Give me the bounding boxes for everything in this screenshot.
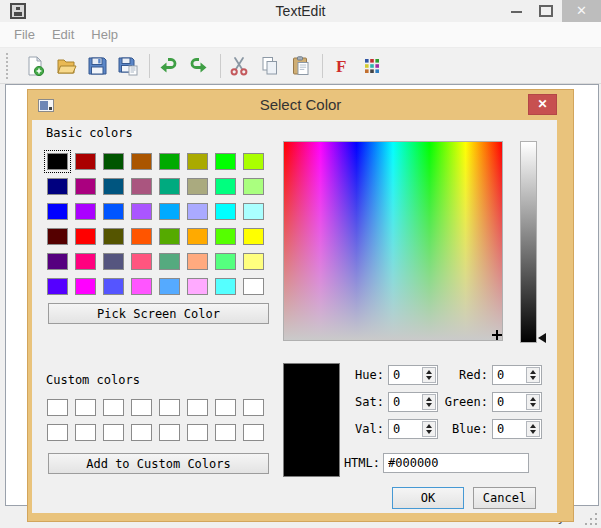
green-spin-buttons[interactable] — [526, 394, 540, 410]
color-swatch[interactable] — [187, 228, 208, 245]
window-close-button[interactable]: ✕ — [562, 0, 601, 22]
color-swatch[interactable] — [103, 203, 124, 220]
spin-up-icon[interactable] — [530, 397, 536, 401]
color-swatch[interactable] — [131, 278, 152, 295]
color-swatch[interactable] — [187, 178, 208, 195]
open-button[interactable] — [54, 54, 78, 78]
color-swatch[interactable] — [47, 178, 68, 195]
color-swatch[interactable] — [131, 178, 152, 195]
color-swatch[interactable] — [215, 228, 236, 245]
hue-spinbox[interactable]: 0 — [388, 365, 438, 385]
red-value: 0 — [493, 366, 525, 384]
color-swatch[interactable] — [215, 153, 236, 170]
color-swatch[interactable] — [131, 203, 152, 220]
hue-value: 0 — [389, 366, 421, 384]
green-spinbox[interactable]: 0 — [492, 392, 542, 412]
value-slider-arrow-icon[interactable] — [538, 333, 546, 343]
color-swatch[interactable] — [243, 153, 264, 170]
cancel-button[interactable]: Cancel — [473, 487, 536, 509]
red-spinbox[interactable]: 0 — [492, 365, 542, 385]
color-swatch[interactable] — [243, 228, 264, 245]
val-label: Val: — [328, 422, 384, 436]
font-icon: F — [330, 55, 352, 77]
minimize-button[interactable] — [505, 0, 529, 22]
resize-grip-icon[interactable] — [585, 513, 587, 515]
color-swatch[interactable] — [243, 278, 264, 295]
color-swatch[interactable] — [187, 203, 208, 220]
color-swatch[interactable] — [187, 253, 208, 270]
menu-file[interactable]: File — [14, 27, 35, 42]
color-swatch[interactable] — [75, 153, 96, 170]
red-spin-buttons[interactable] — [526, 367, 540, 383]
font-button[interactable]: F — [329, 54, 353, 78]
spin-up-icon[interactable] — [530, 424, 536, 428]
maximize-button[interactable] — [533, 0, 557, 22]
color-swatch[interactable] — [47, 278, 68, 295]
spin-down-icon[interactable] — [530, 430, 536, 434]
val-spinbox[interactable]: 0 — [388, 419, 438, 439]
color-swatch[interactable] — [75, 203, 96, 220]
cut-button[interactable] — [227, 54, 251, 78]
color-swatch[interactable] — [159, 253, 180, 270]
menu-edit[interactable]: Edit — [52, 27, 74, 42]
color-swatch[interactable] — [215, 253, 236, 270]
spin-up-icon[interactable] — [530, 370, 536, 374]
color-swatch[interactable] — [159, 278, 180, 295]
toolbar: F — [0, 48, 601, 84]
color-swatch[interactable] — [47, 228, 68, 245]
color-swatch[interactable] — [103, 228, 124, 245]
html-input[interactable] — [383, 453, 529, 473]
color-swatch[interactable] — [131, 153, 152, 170]
color-swatch[interactable] — [75, 278, 96, 295]
color-swatch[interactable] — [47, 203, 68, 220]
color-swatch[interactable] — [159, 153, 180, 170]
add-to-custom-colors-button[interactable]: Add to Custom Colors — [48, 453, 269, 474]
color-swatch[interactable] — [215, 178, 236, 195]
dialog-close-button[interactable]: ✕ — [528, 94, 557, 115]
color-swatch[interactable] — [243, 178, 264, 195]
color-swatch[interactable] — [187, 153, 208, 170]
color-swatch[interactable] — [75, 228, 96, 245]
color-swatch[interactable] — [75, 253, 96, 270]
color-swatch[interactable] — [243, 203, 264, 220]
toolbar-separator — [149, 54, 150, 78]
color-swatch[interactable] — [131, 253, 152, 270]
color-swatch[interactable] — [159, 178, 180, 195]
color-swatch[interactable] — [243, 253, 264, 270]
save-button[interactable] — [85, 54, 109, 78]
pick-screen-color-button[interactable]: Pick Screen Color — [48, 303, 269, 324]
copy-button[interactable] — [258, 54, 282, 78]
dialog-title-bar[interactable]: Select Color ✕ — [28, 90, 573, 120]
color-swatch[interactable] — [159, 203, 180, 220]
blue-spinbox[interactable]: 0 — [492, 419, 542, 439]
color-swatch[interactable] — [75, 178, 96, 195]
sat-spinbox[interactable]: 0 — [388, 392, 438, 412]
spin-down-icon[interactable] — [530, 403, 536, 407]
color-swatch[interactable] — [103, 178, 124, 195]
undo-button[interactable] — [156, 54, 180, 78]
color-swatch[interactable] — [215, 203, 236, 220]
hue-saturation-picker[interactable] — [283, 141, 503, 341]
toolbar-drag-handle[interactable] — [6, 53, 11, 79]
ok-button[interactable]: OK — [392, 487, 464, 509]
color-swatch[interactable] — [47, 153, 68, 170]
spin-down-icon[interactable] — [530, 376, 536, 380]
toolbar-separator — [322, 54, 323, 78]
color-swatch[interactable] — [159, 228, 180, 245]
color-swatch[interactable] — [103, 253, 124, 270]
menu-help[interactable]: Help — [91, 27, 118, 42]
window-title-bar: TextEdit ✕ — [0, 0, 601, 22]
color-swatch[interactable] — [47, 253, 68, 270]
color-swatch[interactable] — [103, 153, 124, 170]
value-slider[interactable] — [520, 141, 537, 343]
new-document-button[interactable] — [23, 54, 47, 78]
text-color-button[interactable] — [360, 54, 384, 78]
save-as-button[interactable] — [116, 54, 140, 78]
blue-spin-buttons[interactable] — [526, 421, 540, 437]
color-swatch[interactable] — [131, 228, 152, 245]
color-swatch[interactable] — [187, 278, 208, 295]
redo-button[interactable] — [187, 54, 211, 78]
paste-button[interactable] — [289, 54, 313, 78]
color-swatch[interactable] — [215, 278, 236, 295]
color-swatch[interactable] — [103, 278, 124, 295]
